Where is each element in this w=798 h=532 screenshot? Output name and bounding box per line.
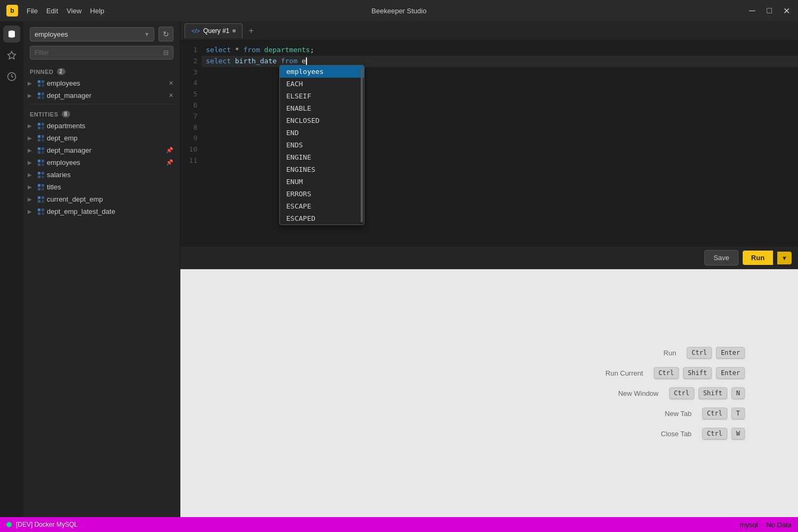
- svg-rect-29: [38, 176, 40, 178]
- sidebar-item-pinned-dept-manager[interactable]: ▶ dept_manager ✕: [23, 89, 180, 102]
- statusbar: [DEV] Docker MySQL mysql No Data: [0, 517, 798, 532]
- sidebar-item-salaries[interactable]: ▶ salaries 📌: [23, 169, 180, 181]
- autocomplete-item-employees[interactable]: employees: [280, 65, 364, 78]
- star-icon: [7, 51, 16, 60]
- editor-content: 1 2 3 4 5 6 7 8 9 10 11 select * from de…: [180, 40, 798, 246]
- shortcut-run-current-shift: Shift: [683, 367, 712, 379]
- svg-rect-27: [38, 172, 40, 174]
- unsaved-dot: [232, 29, 236, 32]
- add-tab-button[interactable]: +: [245, 24, 257, 37]
- autocomplete-dropdown: employees EACH ELSEIF ENABLE ENCLOSED EN…: [279, 65, 364, 225]
- sidebar-item-employees-entity[interactable]: ▶ employees 📌: [23, 156, 180, 169]
- autocomplete-item-each[interactable]: EACH: [280, 78, 364, 90]
- autocomplete-item-engines[interactable]: ENGINES: [280, 163, 364, 176]
- autocomplete-item-elseif[interactable]: ELSEIF: [280, 90, 364, 102]
- line-num-11: 11: [180, 155, 202, 167]
- shortcut-table: Run Ctrl Enter Run Current Ctrl Shift En…: [579, 347, 745, 439]
- svg-marker-1: [8, 52, 16, 59]
- shortcut-run-enter: Enter: [716, 347, 745, 359]
- chevron-right-icon: ▶: [28, 196, 35, 202]
- star-icon-btn[interactable]: [3, 47, 20, 64]
- sidebar-item-current-dept-emp[interactable]: ▶ current_dept_emp 📌: [23, 193, 180, 205]
- filter-icon: ⊟: [163, 49, 169, 56]
- line-num-9: 9: [180, 133, 202, 144]
- autocomplete-item-enable[interactable]: ENABLE: [280, 102, 364, 114]
- history-icon: [7, 72, 16, 81]
- line-num-3: 3: [180, 67, 202, 78]
- filter-input-wrapper[interactable]: Filter ⊟: [30, 46, 173, 60]
- close-button[interactable]: ✕: [781, 6, 792, 16]
- svg-rect-11: [38, 123, 40, 126]
- tab-query1[interactable]: </> Query #1: [185, 23, 243, 38]
- sidebar-item-dept-emp-latest-date[interactable]: ▶ dept_emp_latest_date 📌: [23, 205, 180, 218]
- shortcut-row-run: Run Ctrl Enter: [579, 347, 745, 359]
- shortcut-row-run-current: Run Current Ctrl Shift Enter: [579, 367, 745, 379]
- menu-view[interactable]: View: [66, 7, 81, 15]
- svg-rect-8: [41, 93, 44, 95]
- shortcut-row-new-tab: New Tab Ctrl T: [579, 408, 745, 419]
- save-button[interactable]: Save: [704, 250, 738, 265]
- autocomplete-item-errors[interactable]: ERRORS: [280, 188, 364, 200]
- db-icon-btn[interactable]: [3, 26, 20, 43]
- minimize-button[interactable]: ─: [747, 6, 758, 15]
- close-pinned-employees[interactable]: ✕: [169, 80, 173, 87]
- svg-rect-17: [38, 139, 40, 142]
- svg-rect-18: [41, 139, 44, 142]
- svg-rect-15: [38, 135, 40, 138]
- tab-query1-label: Query #1: [203, 27, 229, 35]
- shortcut-row-close-tab: Close Tab Ctrl W: [579, 428, 745, 439]
- table-grid-icon: [37, 196, 45, 203]
- shortcut-run-ctrl: Ctrl: [687, 347, 712, 359]
- history-icon-btn[interactable]: [3, 68, 20, 85]
- table-grid-icon: [37, 184, 45, 191]
- svg-rect-26: [41, 163, 44, 166]
- chevron-right-icon: ▶: [28, 160, 35, 165]
- line-num-4: 4: [180, 78, 202, 89]
- svg-rect-14: [41, 127, 44, 129]
- chevron-down-icon: ▼: [144, 31, 149, 37]
- table-grid-icon: [37, 171, 45, 179]
- svg-rect-19: [38, 147, 40, 150]
- pin-icon-active[interactable]: 📌: [166, 147, 173, 154]
- maximize-button[interactable]: □: [764, 6, 775, 15]
- entity-current-dept-emp-name: current_dept_emp: [47, 195, 163, 203]
- sidebar-item-departments[interactable]: ▶ departments 📌: [23, 120, 180, 132]
- sidebar-item-dept-emp[interactable]: ▶ dept_emp 📌: [23, 132, 180, 144]
- autocomplete-item-escaped[interactable]: ESCAPED: [280, 212, 364, 225]
- autocomplete-item-end[interactable]: END: [280, 127, 364, 139]
- run-button[interactable]: Run: [743, 251, 773, 265]
- run-dropdown-button[interactable]: ▼: [777, 252, 792, 264]
- autocomplete-item-ends[interactable]: ENDS: [280, 139, 364, 151]
- entities-label: ENTITIES: [30, 111, 59, 118]
- menu-edit[interactable]: Edit: [46, 7, 58, 15]
- sidebar-item-pinned-employees[interactable]: ▶ employees ✕: [23, 77, 180, 89]
- sidebar-item-titles[interactable]: ▶ titles 📌: [23, 181, 180, 193]
- sidebar-item-dept-manager-entity[interactable]: ▶ dept_manager 📌: [23, 144, 180, 156]
- table-grid-icon: [37, 208, 45, 215]
- svg-rect-40: [41, 209, 44, 211]
- menu-help[interactable]: Help: [90, 7, 104, 15]
- pin-icon-active[interactable]: 📌: [166, 159, 173, 166]
- code-line-1: select * from departments;: [202, 45, 798, 56]
- refresh-button[interactable]: ↻: [159, 27, 173, 41]
- autocomplete-item-engine[interactable]: ENGINE: [280, 151, 364, 163]
- status-right-area: mysql No Data: [739, 521, 792, 529]
- menu-file[interactable]: File: [27, 7, 38, 15]
- editor-wrapper: 1 2 3 4 5 6 7 8 9 10 11 select * from de…: [180, 40, 798, 517]
- icon-sidebar: [0, 21, 23, 517]
- titlebar-left: b File Edit View Help: [6, 5, 104, 16]
- autocomplete-item-enclosed[interactable]: ENCLOSED: [280, 114, 364, 127]
- autocomplete-item-escape[interactable]: ESCAPE: [280, 200, 364, 212]
- chevron-right-icon: ▶: [28, 172, 35, 178]
- svg-rect-23: [38, 160, 40, 162]
- autocomplete-scrollbar[interactable]: [361, 68, 363, 222]
- db-selector[interactable]: employees ▼: [30, 27, 154, 41]
- shortcut-close-tab-w: W: [732, 428, 745, 439]
- line-num-5: 5: [180, 89, 202, 100]
- svg-rect-37: [38, 200, 40, 203]
- close-pinned-dept-manager[interactable]: ✕: [169, 92, 173, 99]
- table-grid-icon: [37, 92, 45, 99]
- svg-rect-3: [38, 80, 40, 83]
- filter-bar: Filter ⊟: [23, 46, 180, 64]
- autocomplete-item-enum[interactable]: ENUM: [280, 176, 364, 188]
